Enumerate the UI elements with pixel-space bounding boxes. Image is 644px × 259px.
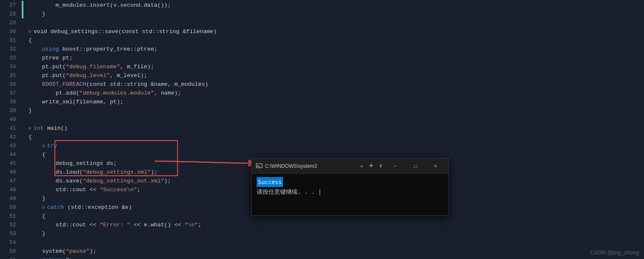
- code-line: 31{: [0, 36, 644, 45]
- code-line: 30⊟void debug_settings::save(const std::…: [0, 27, 644, 36]
- code-content: {: [23, 133, 32, 141]
- code-line: 55 system(“pause”);: [0, 247, 644, 256]
- code-token: 0;: [66, 257, 72, 259]
- terminal-close-button[interactable]: ×: [426, 159, 445, 174]
- line-number: 54: [0, 239, 22, 246]
- line-number: 35: [0, 72, 22, 79]
- code-token: “debug.filename”: [66, 64, 120, 70]
- code-lines: 27 m_modules.insert(v.second.data());28 …: [0, 0, 644, 259]
- code-token: }: [42, 231, 45, 237]
- line-number: 28: [0, 11, 22, 17]
- collapse-icon[interactable]: ⊟: [28, 124, 33, 133]
- code-content: std::cout << “Success\n”;: [23, 185, 140, 194]
- code-line: 35 pt.put(“debug.level”, m_level);: [0, 71, 644, 80]
- code-token: “Error: ”: [100, 222, 130, 228]
- code-token: main: [47, 125, 60, 131]
- code-token: (const std::string &filename): [118, 28, 217, 35]
- success-highlight: Success: [257, 177, 283, 187]
- code-token: int: [33, 125, 47, 131]
- line-number: 45: [0, 160, 22, 167]
- terminal-minimize-button[interactable]: −: [386, 159, 405, 174]
- code-content: return 0;: [23, 256, 72, 259]
- code-token: (): [61, 125, 67, 131]
- code-line: 34 pt.put(“debug.filename”, m_file);: [0, 62, 644, 71]
- code-line: 36 BOOST_FOREACH(const std::string &name…: [0, 80, 644, 89]
- code-content: std::cout << “Error: ” << e.what() << “\…: [23, 221, 201, 229]
- terminal-chevron-button[interactable]: ∨: [378, 163, 384, 169]
- watermark: CSDN @jing_zhong: [590, 249, 639, 256]
- code-line: 27 m_modules.insert(v.second.data());: [0, 1, 644, 10]
- line-number: 27: [0, 2, 22, 8]
- code-token: }: [28, 108, 32, 114]
- code-line: 53 }: [0, 229, 644, 238]
- code-token: }: [42, 11, 45, 17]
- code-content: }: [23, 194, 46, 203]
- code-token: ds.save(: [56, 178, 83, 184]
- code-content: system(“pause”);: [23, 247, 96, 256]
- code-content: using boost::property_tree::ptree;: [23, 45, 157, 54]
- collapse-icon[interactable]: ⊟: [28, 28, 33, 36]
- code-token: << e.: [130, 222, 151, 228]
- terminal-body: Success 请按任意键继续. . . |: [252, 174, 448, 215]
- code-line: 33 ptree pt;: [0, 54, 644, 62]
- code-line: 29: [0, 18, 644, 27]
- code-line: 41⊟int main(): [0, 124, 644, 133]
- code-token: m_modules.insert(v.second.data());: [56, 2, 171, 8]
- terminal-new-tab-button[interactable]: +: [366, 162, 376, 170]
- line-number: 52: [0, 222, 22, 228]
- collapse-icon[interactable]: ⊟: [42, 142, 47, 151]
- code-token: ;: [198, 222, 201, 228]
- terminal-titlebar: C:\WINDOWS\system3 × + ∨ − □ ×: [252, 159, 448, 174]
- code-line: 28 }: [0, 10, 644, 18]
- line-number: 34: [0, 64, 22, 70]
- code-token: pt.put(: [42, 64, 66, 70]
- terminal-maximize-button[interactable]: □: [406, 159, 425, 174]
- code-token: void debug_settings::: [33, 28, 105, 35]
- code-token: “pause”: [66, 248, 90, 254]
- code-content: write_xml(filename, pt);: [23, 97, 124, 106]
- code-token: (std::exception &e): [67, 204, 132, 210]
- code-token: std::cout <<: [56, 187, 100, 193]
- code-content: {: [23, 36, 32, 45]
- code-token: “\n”: [185, 222, 198, 228]
- code-token: pt.add(: [56, 90, 80, 96]
- code-line: 56 return 0;: [0, 256, 644, 259]
- code-content: ds.save(“debug_settings_out.xml”);: [23, 177, 171, 185]
- code-token: ;: [137, 187, 140, 193]
- code-token: pt.put(: [42, 72, 66, 79]
- line-number: 50: [0, 204, 22, 210]
- line-number: 40: [0, 116, 22, 123]
- code-token: system(: [42, 248, 66, 254]
- line-number: 42: [0, 134, 22, 140]
- terminal-window[interactable]: C:\WINDOWS\system3 × + ∨ − □ × Success 请…: [251, 158, 449, 216]
- code-content: pt.add(“debug.modules.module”, name);: [23, 89, 181, 97]
- line-number: 36: [0, 81, 22, 87]
- code-token: , m_file);: [120, 64, 154, 70]
- code-token: what: [151, 222, 164, 228]
- terminal-tab-close[interactable]: ×: [359, 163, 365, 169]
- line-number: 29: [0, 20, 22, 26]
- highlight-box: [54, 140, 178, 176]
- line-number: 43: [0, 143, 22, 149]
- code-editor: 27 m_modules.insert(v.second.data());28 …: [0, 0, 644, 259]
- code-token: {: [28, 37, 32, 44]
- code-content: pt.put(“debug.filename”, m_file);: [23, 62, 154, 71]
- line-number: 41: [0, 125, 22, 131]
- line-number: 55: [0, 248, 22, 254]
- collapse-icon[interactable]: ⊟: [42, 203, 47, 212]
- line-number: 56: [0, 257, 22, 259]
- line-number: 44: [0, 151, 22, 158]
- line-number: 47: [0, 178, 22, 184]
- code-token: (const std::string &name, m_modules): [86, 81, 209, 87]
- code-content: }: [23, 10, 46, 18]
- code-content: ⊟int main(): [23, 124, 67, 133]
- code-content: ⊟try: [23, 141, 57, 151]
- line-number: 33: [0, 55, 22, 61]
- code-token: {: [42, 151, 45, 158]
- line-number: 31: [0, 37, 22, 44]
- terminal-cursor: |: [318, 188, 322, 195]
- code-line: 40: [0, 115, 644, 124]
- line-number: 38: [0, 99, 22, 105]
- code-content: pt.put(“debug.level”, m_level);: [23, 71, 147, 80]
- code-token: “debug.level”: [66, 72, 110, 79]
